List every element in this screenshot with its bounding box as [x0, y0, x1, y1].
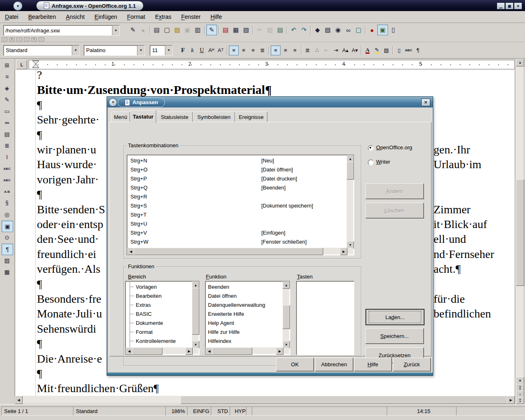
- align-left-icon[interactable]: ≡: [229, 46, 239, 55]
- image-toggle-icon[interactable]: ▣: [377, 25, 388, 35]
- font-dropdown-button[interactable]: ▼: [137, 46, 144, 55]
- shortcut-row[interactable]: Strg+Q[Beenden]: [128, 183, 354, 192]
- tab-tastatur[interactable]: Tastatur: [130, 110, 156, 123]
- italic-icon[interactable]: k: [188, 46, 197, 55]
- paragraph-background-icon[interactable]: ▨: [382, 46, 391, 55]
- font-size-combobox[interactable]: 11 ▼: [150, 45, 173, 56]
- menu-extras[interactable]: Extras: [150, 12, 176, 22]
- page-style[interactable]: Standard: [73, 406, 170, 415]
- dialog-close-button[interactable]: ✕: [421, 98, 430, 106]
- line-spacing-2-icon[interactable]: ≡: [290, 46, 299, 55]
- hyperlink-edit-icon[interactable]: ✎: [31, 37, 37, 41]
- bold-icon[interactable]: F: [178, 46, 187, 55]
- load-button[interactable]: Laden...: [365, 309, 425, 325]
- style-dropdown-button[interactable]: ▼: [72, 46, 79, 55]
- menu-fenster[interactable]: Fenster: [176, 12, 205, 22]
- line-spacing-15-icon[interactable]: ≡: [281, 46, 290, 55]
- navigator-icon[interactable]: ◆: [313, 25, 322, 35]
- ok-button[interactable]: OK: [276, 358, 314, 371]
- back-button[interactable]: Zurück: [393, 358, 431, 371]
- maximize-button[interactable]: ▣: [505, 2, 514, 9]
- font-name-combobox[interactable]: Palatino ▼: [84, 45, 145, 56]
- shortcut-listbox[interactable]: Strg+N[Neu]Strg+O[Datei öffnen]Strg+P[Da…: [127, 155, 354, 256]
- scroll-right-button[interactable]: ▶: [340, 248, 347, 255]
- formatting-marks-icon[interactable]: ¶: [2, 244, 13, 255]
- menu-bearbeiten[interactable]: Bearbeiten: [23, 12, 61, 22]
- decrease-indent-icon[interactable]: ⇤: [322, 46, 331, 55]
- next-page-button[interactable]: ▼▼: [516, 397, 524, 404]
- autotext-icon[interactable]: Ab: [2, 117, 12, 128]
- list-item-datenquellenverwaltung[interactable]: Datenquellenverwaltung: [208, 300, 265, 309]
- tree-item-format[interactable]: Format: [126, 327, 153, 336]
- shortcut-row[interactable]: Strg+S[Dokument speichern]: [128, 201, 354, 210]
- radio-openoffice[interactable]: [368, 145, 374, 151]
- redo-icon[interactable]: ↷: [299, 25, 309, 35]
- spacer-end[interactable]: [456, 406, 525, 415]
- drag-handle-icon[interactable]: ∙∙: [16, 37, 22, 41]
- save-all-icon[interactable]: ▥: [193, 25, 203, 35]
- scroll-thumb[interactable]: [212, 347, 252, 355]
- scroll-right-button[interactable]: ▶: [276, 347, 283, 355]
- shortcut-row[interactable]: Strg+N[Neu]: [128, 156, 354, 165]
- bullet-list-icon[interactable]: ∴: [313, 46, 322, 55]
- highlighting-icon[interactable]: ✎: [372, 46, 381, 55]
- window-menu-button[interactable]: ▼: [13, 1, 23, 11]
- frame-icon[interactable]: ▣: [2, 221, 13, 232]
- scroll-thumb[interactable]: [192, 288, 199, 335]
- export-pdf-icon[interactable]: ▤: [221, 25, 231, 35]
- menu-einfgen[interactable]: Einfügen: [89, 12, 122, 22]
- dialog-title-bar[interactable]: ▼ Anpassen ✕: [107, 97, 433, 107]
- bereich-vscrollbar[interactable]: ▲ ▼: [192, 281, 199, 347]
- align-justify-icon[interactable]: ≣: [258, 46, 267, 55]
- menu-hilfe[interactable]: Hilfe: [205, 12, 227, 22]
- help-button[interactable]: Hilfe: [354, 358, 392, 371]
- save-icon[interactable]: ▣: [183, 25, 192, 35]
- hyperlink-bar-icon[interactable]: ∞: [343, 25, 353, 35]
- tree-item-basic[interactable]: BASIC: [126, 309, 152, 318]
- tab-statusleiste[interactable]: Statusleiste: [156, 112, 193, 123]
- align-right-icon[interactable]: ≡: [249, 46, 258, 55]
- tab-stop-type-button[interactable]: L: [16, 60, 27, 69]
- vertical-scrollbar[interactable]: ▲ ▼ ▲▲ • ▼▼: [515, 59, 523, 403]
- font-color-icon[interactable]: A: [363, 46, 372, 55]
- save-config-button[interactable]: Speichern...: [365, 328, 424, 344]
- shortcut-row[interactable]: Strg+V[Einfügen]: [128, 228, 354, 237]
- bereich-hscrollbar[interactable]: ◀ ▶: [126, 347, 199, 354]
- scroll-up-button[interactable]: ▲: [516, 59, 524, 66]
- list-item-hilfeindex[interactable]: Hilfeindex: [208, 336, 231, 345]
- scroll-thumb[interactable]: [132, 347, 162, 355]
- vscroll-thumb[interactable]: [516, 179, 524, 286]
- tree-item-kontrollelemente[interactable]: Kontrollelemente: [126, 336, 176, 345]
- edit-file-toggle-icon[interactable]: ✎: [206, 25, 217, 35]
- open-icon[interactable]: ▨: [172, 25, 182, 35]
- drag-handle-icon[interactable]: ∙∙: [24, 37, 30, 41]
- abc-icon[interactable]: ABC: [404, 46, 413, 55]
- graphics-icon[interactable]: ▨: [2, 255, 12, 266]
- numbering-icon[interactable]: ≣: [2, 140, 12, 151]
- line-spacing-1-icon[interactable]: ≡: [271, 46, 281, 55]
- protect-icon[interactable]: ▯: [388, 25, 398, 35]
- scroll-thumb[interactable]: [283, 305, 290, 329]
- list-item-helpagent[interactable]: Help Agent: [208, 318, 234, 327]
- shortcut-row[interactable]: Strg+O[Datei öffnen]: [128, 165, 354, 174]
- spacer-large[interactable]: [252, 406, 392, 415]
- hyphenation-icon[interactable]: A-B: [2, 186, 12, 197]
- scroll-left-button[interactable]: ◀: [15, 396, 23, 404]
- scroll-thumb[interactable]: [134, 248, 323, 255]
- time-display[interactable]: 14:15: [387, 406, 461, 415]
- url-combobox[interactable]: ▼: [3, 25, 120, 36]
- shortcut-row[interactable]: Strg+U: [128, 219, 354, 228]
- gallery-icon[interactable]: ▢: [354, 25, 363, 35]
- font-increase-icon[interactable]: A▴: [341, 46, 350, 55]
- close-button[interactable]: ✕: [514, 2, 522, 9]
- indent-marker-icon[interactable]: [31, 60, 40, 68]
- paragraph-style-combobox[interactable]: Standard ▼: [3, 45, 80, 56]
- spellcheck-icon[interactable]: ABC: [2, 163, 12, 174]
- print-icon[interactable]: ▦: [231, 25, 241, 35]
- page-indicator[interactable]: Seite 1 / 1: [1, 406, 78, 415]
- url-input[interactable]: [4, 27, 112, 34]
- hscroll-thumb[interactable]: [180, 396, 507, 404]
- shortcut-vscrollbar[interactable]: ▲ ▼: [347, 155, 353, 248]
- tasten-listbox[interactable]: [296, 281, 354, 355]
- text-cursor-icon[interactable]: I: [2, 152, 12, 162]
